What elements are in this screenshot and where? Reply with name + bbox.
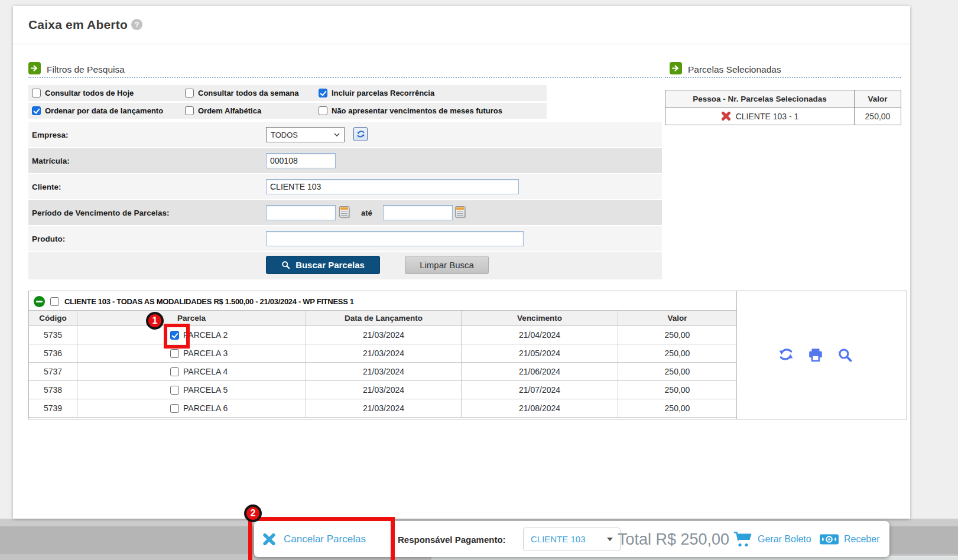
help-icon[interactable]: ? — [131, 19, 142, 30]
cell-lancamento: 21/03/2024 — [306, 399, 462, 417]
caret-down-icon — [607, 538, 613, 541]
group-checkbox[interactable] — [50, 297, 59, 306]
cliente-row: Cliente: — [28, 174, 662, 199]
checkbox[interactable] — [319, 106, 327, 115]
results-panel: CLIENTE 103 - TODAS AS MODALIDADES R$ 1.… — [28, 291, 907, 419]
selected-dotted-divider — [665, 77, 901, 78]
cell-lancamento: 21/03/2024 — [306, 344, 462, 362]
selected-section-title: Parcelas Selecionadas — [688, 64, 781, 75]
search-action-icon[interactable] — [837, 347, 853, 363]
cell-parcela: PARCELA 5 — [77, 381, 306, 399]
checkbox-ordem-alfabetica[interactable]: Ordem Alfabética — [185, 103, 261, 119]
refresh-companies-icon[interactable] — [353, 127, 368, 141]
row-checkbox[interactable] — [170, 386, 179, 395]
produto-label: Produto: — [32, 235, 65, 243]
table-row: 5738 PARCELA 5 21/03/2024 21/07/2024 250… — [29, 381, 736, 399]
parcela-label: PARCELA 3 — [183, 349, 228, 358]
table-row: 5735 PARCELA 2 21/03/2024 21/04/2024 250… — [29, 326, 736, 344]
group-header-row: CLIENTE 103 - TODAS AS MODALIDADES R$ 1.… — [29, 293, 354, 310]
row-checkbox[interactable] — [170, 331, 179, 340]
filters-section-title: Filtros de Pesquisa — [47, 64, 125, 75]
selected-person: CLIENTE 103 - 1 — [736, 112, 799, 121]
cell-valor: 250,00 — [618, 381, 736, 399]
results-table: Código Parcela Data de Lançamento Vencim… — [29, 310, 736, 418]
parcela-label: PARCELA 2 — [183, 330, 228, 340]
limpar-busca-label: Limpar Busca — [420, 260, 474, 270]
checkbox-consultar-semana[interactable]: Consultar todos da semana — [185, 85, 298, 101]
annotation-step1-badge: 1 — [146, 312, 164, 330]
row-checkbox[interactable] — [170, 404, 179, 413]
cell-codigo: 5739 — [29, 399, 77, 417]
periodo-row: Período de Vencimento de Parcelas: até — [28, 200, 662, 225]
page-title: Caixa em Aberto — [28, 18, 128, 32]
checkbox-label: Não apresentar vencimentos de meses futu… — [332, 106, 502, 115]
row-checkbox[interactable] — [170, 349, 179, 358]
cell-vencimento: 21/06/2024 — [462, 363, 618, 380]
refresh-action-icon[interactable] — [778, 347, 794, 363]
produto-input[interactable] — [266, 231, 524, 246]
checkbox-label: Ordenar por data de lançamento — [45, 106, 163, 115]
total-label: Total R$ 250,00 — [618, 530, 729, 548]
matricula-row: Matrícula: — [28, 148, 662, 173]
table-row: 5739 PARCELA 6 21/03/2024 21/08/2024 250… — [29, 399, 736, 418]
collapse-icon[interactable] — [34, 296, 45, 307]
main-card: Caixa em Aberto ? Filtros de Pesquisa Co… — [13, 6, 910, 519]
selected-person-cell: CLIENTE 103 - 1 — [665, 108, 854, 125]
limpar-busca-button[interactable]: Limpar Busca — [405, 256, 489, 274]
banknote-icon[interactable] — [819, 532, 839, 546]
periodo-from-input[interactable] — [266, 205, 336, 220]
checkbox-incluir-recorrencia[interactable]: Incluir parcelas Recorrência — [319, 85, 434, 101]
checkbox-nao-apresentar-futuros[interactable]: Não apresentar vencimentos de meses futu… — [319, 103, 502, 119]
periodo-to-input[interactable] — [383, 205, 453, 220]
cell-valor: 250,00 — [618, 363, 736, 380]
row-checkbox[interactable] — [170, 367, 179, 376]
selected-value: 250,00 — [854, 108, 901, 125]
selected-table-header: Pessoa - Nr. Parcelas Selecionadas Valor — [665, 90, 901, 108]
print-action-icon[interactable] — [808, 347, 823, 363]
delete-icon[interactable] — [721, 111, 731, 121]
checkbox[interactable] — [185, 89, 194, 97]
col-valor-header: Valor — [854, 90, 901, 107]
buscar-parcelas-button[interactable]: Buscar Parcelas — [266, 256, 380, 274]
cell-parcela: PARCELA 4 — [77, 363, 306, 380]
cell-codigo: 5735 — [29, 326, 77, 344]
gerar-boleto-button[interactable]: Gerar Boleto — [758, 534, 811, 545]
parcela-label: PARCELA 4 — [183, 367, 228, 376]
responsavel-dropdown[interactable]: CLIENTE 103 — [523, 528, 621, 551]
matricula-label: Matrícula: — [32, 157, 70, 165]
checkbox[interactable] — [32, 89, 41, 97]
checkbox-row-2: Ordenar por data de lançamento Ordem Alf… — [28, 103, 547, 119]
filters-dotted-divider — [28, 77, 662, 78]
checkbox-ordenar-data[interactable]: Ordenar por data de lançamento — [32, 103, 163, 119]
cliente-label: Cliente: — [32, 183, 61, 191]
checkbox[interactable] — [32, 106, 41, 115]
empresa-select[interactable]: TODOS — [266, 127, 345, 142]
cell-valor: 250,00 — [618, 344, 736, 362]
checkbox[interactable] — [185, 106, 194, 115]
checkbox-label: Incluir parcelas Recorrência — [332, 89, 434, 97]
col-vencimento: Vencimento — [462, 311, 618, 325]
matricula-input[interactable] — [266, 153, 336, 168]
empresa-row: Empresa: TODOS — [28, 122, 662, 147]
bottom-toolbar: Cancelar Parcelas Responsável Pagamento:… — [254, 521, 889, 557]
cell-codigo: 5736 — [29, 344, 77, 362]
cell-codigo: 5738 — [29, 381, 77, 399]
cancel-x-icon[interactable] — [262, 532, 276, 546]
receber-button[interactable]: Receber — [844, 534, 879, 545]
buscar-parcelas-label: Buscar Parcelas — [295, 260, 365, 270]
selected-table-row: CLIENTE 103 - 1 250,00 — [665, 108, 901, 125]
col-codigo: Código — [29, 311, 77, 325]
calendar-icon[interactable] — [455, 206, 465, 217]
checkbox-consultar-hoje[interactable]: Consultar todos de Hoje — [32, 85, 134, 101]
cancelar-parcelas-button[interactable]: Cancelar Parcelas — [284, 533, 366, 545]
checkbox[interactable] — [319, 89, 327, 97]
produto-row: Produto: — [28, 226, 662, 251]
cell-parcela: PARCELA 6 — [77, 399, 306, 417]
table-row: 5736 PARCELA 3 21/03/2024 21/05/2024 250… — [29, 344, 736, 363]
checkbox-label: Consultar todos da semana — [198, 89, 298, 97]
col-lancamento: Data de Lançamento — [306, 311, 462, 325]
cart-icon[interactable] — [734, 531, 752, 548]
cliente-input[interactable] — [266, 179, 519, 194]
checkbox-label: Ordem Alfabética — [198, 106, 261, 115]
calendar-icon[interactable] — [339, 206, 349, 217]
